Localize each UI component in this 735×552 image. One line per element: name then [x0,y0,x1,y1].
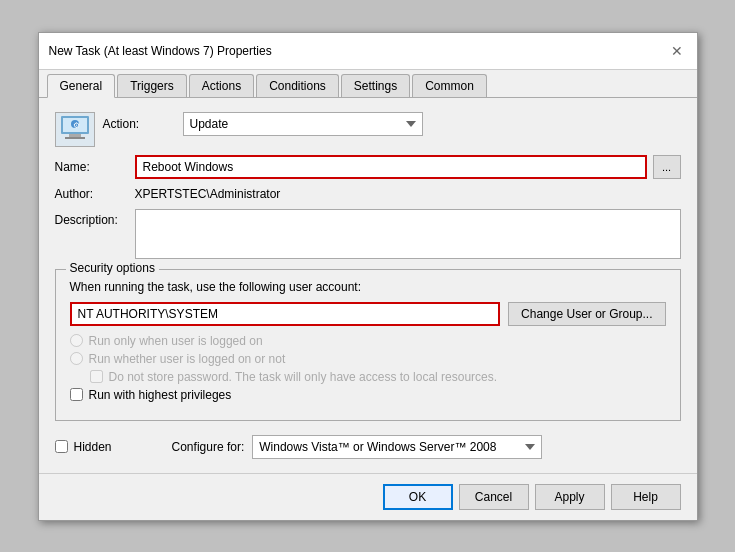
author-row: Author: XPERTSTEC\Administrator [55,187,681,201]
change-user-button[interactable]: Change User or Group... [508,302,665,326]
security-options-group: Security options When running the task, … [55,269,681,421]
highest-privileges-label: Run with highest privileges [89,388,232,402]
highest-privileges-checkbox[interactable] [70,388,83,401]
action-row: Action: Update [103,112,681,136]
security-group-label: Security options [66,261,159,275]
window-title: New Task (At least Windows 7) Properties [49,44,272,58]
browse-button[interactable]: ... [653,155,681,179]
cancel-button[interactable]: Cancel [459,484,529,510]
configure-row: Configure for: Windows Vista™ or Windows… [172,435,543,459]
name-label: Name: [55,160,135,174]
dialog-buttons: OK Cancel Apply Help [39,473,697,520]
no-store-password-checkbox[interactable] [90,370,103,383]
bottom-section: Hidden Configure for: Windows Vista™ or … [55,435,681,459]
run-whether-label: Run whether user is logged on or not [89,352,286,366]
tab-common[interactable]: Common [412,74,487,97]
run-whether-row: Run whether user is logged on or not [70,352,666,366]
hidden-configure-row: Hidden Configure for: Windows Vista™ or … [55,435,681,459]
configure-for-label: Configure for: [172,440,245,454]
name-row: Name: ... [55,155,681,179]
tab-conditions[interactable]: Conditions [256,74,339,97]
icon-action-area: ⚙ Action: Update [55,112,681,147]
author-label: Author: [55,187,135,201]
run-logged-on-radio[interactable] [70,334,83,347]
name-input[interactable] [135,155,647,179]
svg-rect-3 [65,137,85,139]
tab-general[interactable]: General [47,74,116,98]
author-value: XPERTSTEC\Administrator [135,187,281,201]
hidden-label: Hidden [74,440,112,454]
title-bar: New Task (At least Windows 7) Properties… [39,33,697,70]
hidden-check-wrap: Hidden [55,440,112,454]
configure-for-select[interactable]: Windows Vista™ or Windows Server™ 2008 W… [252,435,542,459]
user-account-label: When running the task, use the following… [70,280,666,294]
run-whether-radio[interactable] [70,352,83,365]
task-icon: ⚙ [55,112,95,147]
svg-rect-2 [69,134,81,137]
apply-button[interactable]: Apply [535,484,605,510]
tab-bar: General Triggers Actions Conditions Sett… [39,70,697,98]
highest-privileges-row: Run with highest privileges [70,388,666,402]
run-logged-on-row: Run only when user is logged on [70,334,666,348]
action-label: Action: [103,117,183,131]
help-button[interactable]: Help [611,484,681,510]
description-row: Description: [55,209,681,259]
action-select[interactable]: Update [183,112,423,136]
name-input-wrap: ... [135,155,681,179]
no-store-password-label: Do not store password. The task will onl… [109,370,498,384]
close-button[interactable]: ✕ [667,41,687,61]
tab-triggers[interactable]: Triggers [117,74,187,97]
action-area: Action: Update [103,112,681,144]
run-logged-on-label: Run only when user is logged on [89,334,263,348]
description-label: Description: [55,209,135,227]
user-account-row: Change User or Group... [70,302,666,326]
no-store-password-row: Do not store password. The task will onl… [90,370,666,384]
tab-actions[interactable]: Actions [189,74,254,97]
action-select-wrap: Update [183,112,681,136]
hidden-checkbox[interactable] [55,440,68,453]
tab-content: ⚙ Action: Update Name: ... [39,98,697,473]
tab-settings[interactable]: Settings [341,74,410,97]
svg-text:⚙: ⚙ [73,121,80,130]
description-input[interactable] [135,209,681,259]
ok-button[interactable]: OK [383,484,453,510]
user-account-input[interactable] [70,302,501,326]
main-window: New Task (At least Windows 7) Properties… [38,32,698,521]
